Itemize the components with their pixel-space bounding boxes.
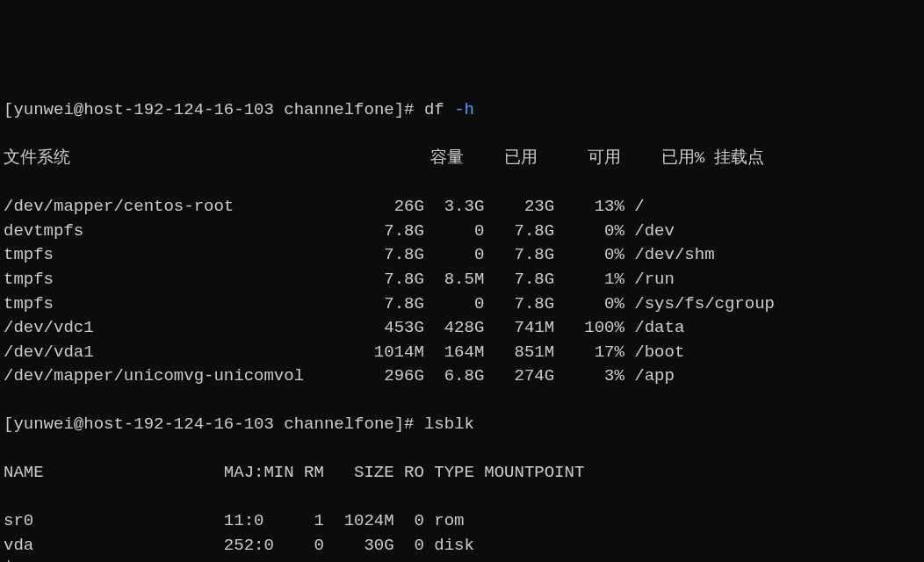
df-row: tmpfs 7.8G 0 7.8G 0% /sys/fs/cgroup xyxy=(4,292,920,317)
df-row: tmpfs 7.8G 8.5M 7.8G 1% /run xyxy=(4,268,920,292)
df-row: /dev/vdc1 453G 428G 741M 100% /data xyxy=(4,316,920,341)
prompt-user: yunwei xyxy=(13,100,73,119)
prompt-user: yunwei xyxy=(13,414,73,434)
prompt-dir: channelfone xyxy=(284,100,393,119)
df-row: /dev/mapper/centos-root 26G 3.3G 23G 13%… xyxy=(4,195,920,220)
df-row: devtmpfs 7.8G 0 7.8G 0% /dev xyxy=(4,220,920,244)
command-flag: -h xyxy=(454,100,474,119)
df-row: /dev/mapper/unicomvg-unicomvol 296G 6.8G… xyxy=(4,364,920,389)
lsblk-row: ├─vda1 252:1 0 1G 0 part /boot xyxy=(4,558,920,562)
command: df xyxy=(424,100,444,119)
df-header: 文件系统 容量 已用 可用 已用% 挂载点 xyxy=(4,147,920,171)
prompt-line-2: [yunwei@host-192-124-16-103 channelfone]… xyxy=(4,413,920,437)
lsblk-output: sr0 11:0 1 1024M 0 rom vda 252:0 0 30G 0… xyxy=(4,509,920,562)
prompt-line-1: [yunwei@host-192-124-16-103 channelfone]… xyxy=(4,98,920,123)
prompt-symbol: # xyxy=(404,414,414,434)
command: lsblk xyxy=(424,414,474,434)
prompt-dir: channelfone xyxy=(284,414,393,434)
df-output: /dev/mapper/centos-root 26G 3.3G 23G 13%… xyxy=(4,195,920,388)
prompt-symbol: # xyxy=(404,100,414,119)
lsblk-header: NAME MAJ:MIN RM SIZE RO TYPE MOUNTPOINT xyxy=(4,461,920,486)
lsblk-row: vda 252:0 0 30G 0 disk xyxy=(4,534,920,558)
lsblk-row: sr0 11:0 1 1024M 0 rom xyxy=(4,509,920,534)
df-row: /dev/vda1 1014M 164M 851M 17% /boot xyxy=(4,341,920,365)
prompt-host: host-192-124-16-103 xyxy=(83,100,274,119)
df-row: tmpfs 7.8G 0 7.8G 0% /dev/shm xyxy=(4,243,920,268)
prompt-host: host-192-124-16-103 xyxy=(83,414,274,434)
